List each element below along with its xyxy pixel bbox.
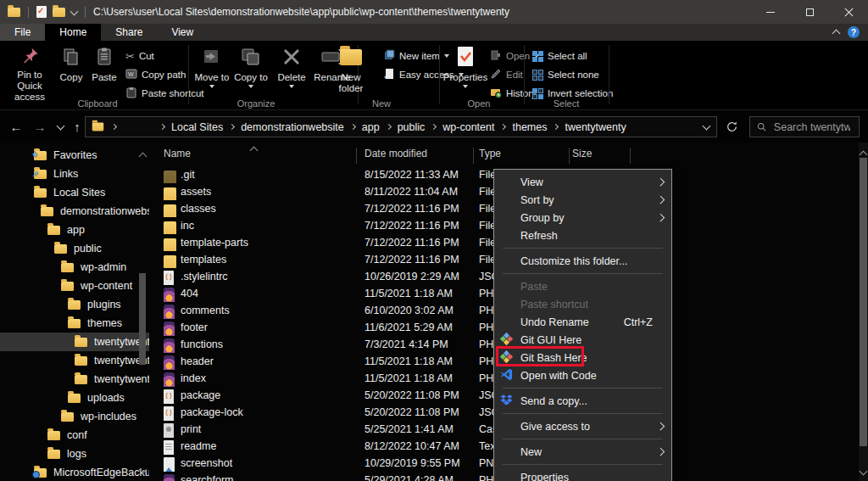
column-divider[interactable]: [356, 148, 357, 164]
delete-button[interactable]: Delete: [273, 43, 310, 103]
menu-item-customize-this-folder[interactable]: Customize this folder...: [494, 252, 671, 270]
select-none-button[interactable]: Select none: [532, 66, 599, 83]
pin-to-quick-access-button[interactable]: Pin to Quick access: [5, 43, 54, 103]
back-icon[interactable]: ←: [7, 117, 25, 136]
sidebar-item-local-sites[interactable]: Local Sites: [0, 183, 149, 202]
sidebar-item-wp-includes[interactable]: wp-includes: [0, 407, 149, 426]
group-label-new: New: [339, 98, 424, 109]
menu-item-view[interactable]: View: [494, 173, 671, 191]
sidebar-item-app[interactable]: app: [0, 221, 149, 239]
sidebar-item-twentytwenty[interactable]: twentytwenty: [0, 333, 149, 351]
up-icon[interactable]: ↑: [68, 117, 86, 136]
column-header-type[interactable]: Type: [479, 148, 501, 159]
sidebar-item-favorites[interactable]: Favorites: [0, 146, 149, 165]
breadcrumb-item-wp-content[interactable]: wp-content: [436, 121, 501, 133]
menu-item-sort-by[interactable]: Sort by: [494, 191, 671, 209]
search-input[interactable]: [772, 120, 852, 134]
collapse-ribbon-icon[interactable]: [832, 30, 841, 38]
properties-button[interactable]: Properties: [444, 43, 487, 103]
menu-item-paste-shortcut[interactable]: Paste shortcut: [494, 295, 671, 313]
new-folder-button[interactable]: New folder: [329, 43, 373, 103]
recent-locations-chevron-icon[interactable]: [51, 117, 70, 136]
menu-item-group-by[interactable]: Group by: [494, 209, 671, 227]
menu-item-new[interactable]: New: [494, 443, 671, 461]
new-folder-qat-icon[interactable]: [53, 8, 65, 17]
cut-button[interactable]: ✂ Cut: [125, 48, 154, 64]
menu-item-open-with-code[interactable]: Open with Code: [494, 366, 671, 384]
dropbox-icon: [500, 394, 514, 407]
menu-item-paste[interactable]: Paste: [494, 277, 671, 295]
sidebar-scrollbar[interactable]: [138, 143, 147, 481]
sidebar-item-wp-admin[interactable]: wp-admin: [0, 258, 149, 277]
breadcrumb-item-local-sites[interactable]: Local Sites: [164, 121, 230, 133]
sidebar-item-logs[interactable]: logs: [0, 445, 149, 463]
sidebar-item-plugins[interactable]: plugins: [0, 295, 149, 314]
tab-file[interactable]: File: [0, 24, 45, 41]
scrollbar-thumb[interactable]: [860, 158, 867, 446]
sidebar-item-public[interactable]: public: [0, 239, 149, 258]
copy-to-button[interactable]: Copy to: [232, 43, 270, 103]
scroll-down-icon[interactable]: [860, 467, 868, 476]
refresh-button[interactable]: [721, 116, 742, 137]
sidebar-item-uploads[interactable]: uploads: [0, 389, 149, 407]
menu-item-git-bash-here[interactable]: Git Bash Here: [494, 349, 671, 366]
column-header-date-modified[interactable]: Date modified: [364, 148, 427, 159]
menu-item-give-access-to[interactable]: Give access to: [494, 417, 671, 435]
breadcrumb-item-demonstrationwebsite[interactable]: demonstrationwebsite: [234, 121, 351, 133]
maximize-button[interactable]: [790, 0, 829, 24]
select-all-button[interactable]: Select all: [532, 48, 587, 64]
file-date-modified: 8/11/2022 11:04 AM: [364, 183, 470, 200]
file-name: comments: [181, 302, 342, 319]
menu-item-send-a-copy[interactable]: Send a copy...: [494, 392, 671, 410]
breadcrumb-separator-icon[interactable]: [111, 124, 117, 130]
sidebar-item-microsoftedgebackups[interactable]: MicrosoftEdgeBackups: [0, 463, 149, 481]
customize-qat-chevron-icon[interactable]: [70, 7, 79, 15]
column-divider[interactable]: [473, 148, 474, 164]
sidebar-scroll-up-icon[interactable]: [139, 153, 147, 161]
help-icon[interactable]: ?: [848, 26, 860, 38]
file-name: functions: [181, 336, 342, 353]
sidebar-item-wp-content[interactable]: wp-content: [0, 277, 149, 295]
close-button[interactable]: [829, 0, 868, 24]
paste-button[interactable]: Paste: [86, 43, 122, 103]
menu-item-refresh[interactable]: Refresh: [494, 227, 671, 244]
sidebar-item-links[interactable]: Links: [0, 165, 149, 183]
column-divider[interactable]: [569, 148, 570, 164]
copy-button[interactable]: Copy: [54, 43, 88, 103]
copy-path-button[interactable]: W Copy path: [125, 66, 186, 83]
move-to-button[interactable]: Move to: [193, 43, 231, 103]
search-box[interactable]: [749, 116, 860, 137]
menu-separator: [494, 244, 671, 252]
breadcrumb-item-public[interactable]: public: [391, 121, 432, 133]
sidebar-item-themes[interactable]: themes: [0, 314, 149, 333]
minimize-button[interactable]: [751, 0, 790, 24]
file-explorer-window: C:\Users\user\Local Sites\demonstrationw…: [0, 0, 868, 481]
menu-item-git-gui-here[interactable]: Git GUI Here: [494, 331, 671, 349]
sidebar-item-demonstrationwebsite[interactable]: demonstrationwebsite: [0, 202, 149, 221]
folder-icon: [164, 234, 177, 251]
column-divider[interactable]: [630, 148, 631, 164]
sidebar-scroll-down-icon[interactable]: [139, 466, 147, 474]
menu-item-undo-rename[interactable]: Undo RenameCtrl+Z: [494, 313, 671, 331]
sidebar-scrollbar-thumb[interactable]: [139, 273, 146, 365]
tab-home[interactable]: Home: [45, 24, 101, 41]
menu-item-properties[interactable]: Properties: [494, 468, 671, 481]
properties-qat-icon[interactable]: [36, 6, 47, 18]
column-header-size[interactable]: Size: [572, 148, 592, 159]
breadcrumb-item-themes[interactable]: themes: [505, 121, 554, 133]
breadcrumb-item-app[interactable]: app: [355, 121, 387, 133]
breadcrumb-bar[interactable]: Local Sitesdemonstrationwebsiteapppublic…: [85, 116, 717, 137]
address-dropdown-chevron-icon[interactable]: [703, 122, 711, 131]
menu-item-shortcut: Ctrl+Z: [624, 316, 653, 328]
sidebar-item-twentytwenty[interactable]: twentytwenty: [0, 370, 149, 389]
edit-button[interactable]: Edit: [490, 66, 523, 83]
sidebar-item-label: Links: [53, 168, 78, 180]
file-list-scrollbar[interactable]: [859, 143, 868, 481]
sidebar-item-conf[interactable]: conf: [0, 426, 149, 445]
tab-share[interactable]: Share: [101, 24, 157, 41]
tab-view[interactable]: View: [157, 24, 208, 41]
sidebar-item-twentytwenty[interactable]: twentytwenty: [0, 351, 149, 370]
column-header-name[interactable]: Name: [164, 148, 191, 159]
forward-icon[interactable]: →: [31, 117, 49, 136]
breadcrumb-item-twentytwenty[interactable]: twentytwenty: [558, 121, 632, 133]
